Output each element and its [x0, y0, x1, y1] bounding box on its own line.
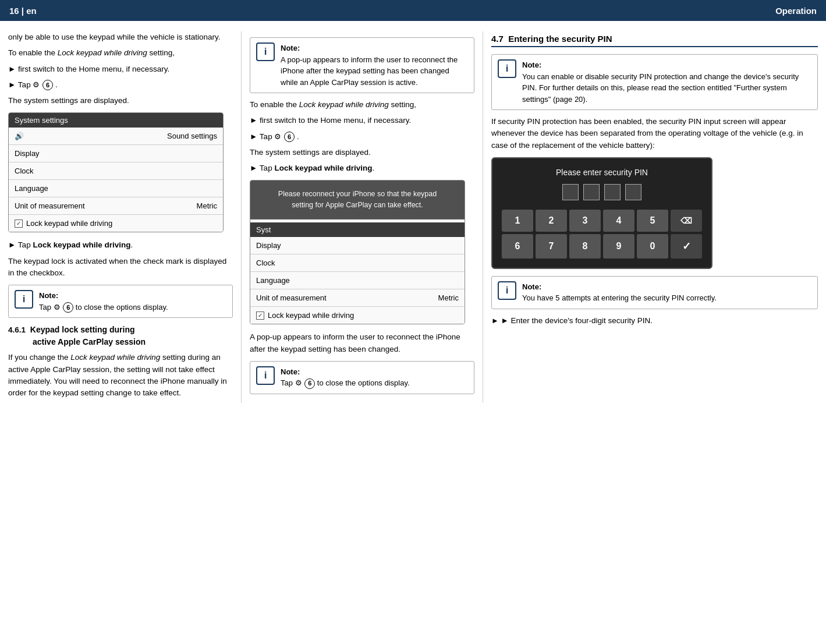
step2: ► Tap ⚙ 6 .: [8, 79, 233, 91]
mid-step3: The system settings are displayed.: [250, 147, 474, 158]
tap-instruction: ► Tap Lock keypad while driving.: [8, 239, 233, 251]
mid-note-box-1: i Note: A pop-up appears to inform the u…: [250, 37, 474, 93]
pin-btn-2[interactable]: 2: [536, 210, 567, 232]
pin-screen: Please enter security PIN 1 2 3 4 5 ⌫ 6 …: [491, 157, 712, 269]
popup-overlay-text: Please reconnect your iPhone so that the…: [250, 181, 465, 220]
right-column: 4.7 Entering the security PIN i Note: Yo…: [483, 31, 826, 403]
pin-btn-1[interactable]: 1: [502, 210, 533, 232]
pin-grid: 1 2 3 4 5 ⌫ 6 7 8 9 0 ✓: [502, 210, 702, 259]
mid-note-title-2: Note:: [281, 366, 410, 378]
pin-btn-5[interactable]: 5: [637, 210, 668, 232]
pin-btn-8[interactable]: 8: [569, 234, 601, 259]
lock-keypad-row[interactable]: Lock keypad while driving: [9, 215, 223, 232]
subsection-461: 4.6.1 Keypad lock setting during active …: [8, 324, 233, 399]
pin-btn-confirm[interactable]: ✓: [671, 234, 702, 259]
sound-settings-row[interactable]: 🔊 Sound settings: [9, 128, 223, 145]
pin-btn-delete[interactable]: ⌫: [671, 210, 702, 232]
pin-btn-3[interactable]: 3: [569, 210, 601, 232]
system-settings-box: System settings 🔊 Sound settings Display…: [8, 112, 224, 232]
right-info-icon-1: i: [498, 59, 516, 78]
pin-box-4: [625, 184, 641, 200]
keypad-lock-text: The keypad lock is activated when the ch…: [8, 256, 233, 279]
pin-boxes: [502, 184, 702, 200]
intro-text: only be able to use the keypad while the…: [8, 31, 233, 43]
right-info-icon-2: i: [498, 281, 516, 300]
mid-step4: ► Tap Lock keypad while driving.: [250, 162, 474, 174]
left-column: only be able to use the keypad while the…: [0, 31, 242, 403]
sound-icon: 🔊: [15, 132, 24, 140]
popup-system-title: Syst: [250, 222, 465, 237]
gear-icon: ⚙: [33, 79, 40, 91]
popup-display-row: Display: [250, 237, 465, 254]
language-row[interactable]: Language: [9, 180, 223, 197]
section-title: Operation: [775, 6, 817, 16]
mid-note-title-1: Note:: [281, 43, 468, 54]
right-note-box-1: i Note: You can enable or disable securi…: [491, 54, 818, 110]
right-note-title-1: Note:: [522, 59, 811, 71]
display-row[interactable]: Display: [9, 145, 223, 162]
mid-step2: ► Tap ⚙ 6 .: [250, 131, 474, 143]
main-content: only be able to use the keypad while the…: [0, 21, 826, 403]
popup-lock-row: Lock keypad while driving: [250, 307, 465, 324]
pin-box-3: [604, 184, 621, 200]
pin-btn-0[interactable]: 0: [637, 234, 668, 259]
popup-checkbox: [256, 312, 264, 320]
pin-btn-7[interactable]: 7: [536, 234, 567, 259]
right-step-enter: ► ► Enter the device's four-digit securi…: [491, 315, 818, 327]
popup-language-row: Language: [250, 272, 465, 289]
system-box-title: System settings: [9, 113, 223, 128]
mid-circle-6: 6: [284, 132, 295, 142]
gear-icon-note: ⚙: [54, 302, 61, 313]
note-box-1: i Note: Tap ⚙ 6 to close the options dis…: [8, 285, 233, 318]
pin-box-2: [583, 184, 600, 200]
unit-measurement-row[interactable]: Unit of measurement Metric: [9, 197, 223, 215]
mid-info-icon-2: i: [256, 366, 275, 385]
popup-unit-row: Unit of measurement Metric: [250, 289, 465, 307]
page-number: 16 | en: [9, 6, 37, 16]
pin-box-1: [562, 184, 579, 200]
right-body1: If security PIN protection has been enab…: [491, 116, 818, 151]
section-47-heading: 4.7 Entering the security PIN: [491, 34, 818, 47]
note-title: Note:: [39, 290, 168, 302]
right-note-title-2: Note:: [522, 281, 717, 293]
mid-gear-icon: ⚙: [274, 131, 281, 143]
popup-screenshot: Please reconnect your iPhone so that the…: [250, 180, 465, 324]
mid-circle-note: 6: [304, 378, 315, 389]
clock-row[interactable]: Clock: [9, 162, 223, 180]
lock-keypad-checkbox[interactable]: [15, 220, 23, 228]
mid-enable-text: To enable the Lock keypad while driving …: [250, 99, 474, 111]
mid-step1: ► first switch to the Home menu, if nece…: [250, 115, 474, 126]
mid-popup-text: A pop-up appears to inform the user to r…: [250, 331, 474, 355]
right-note-box-2: i Note: You have 5 attempts at entering …: [491, 276, 818, 309]
mid-note-box-2: i Note: Tap ⚙ 6 to close the options dis…: [250, 361, 474, 394]
popup-clock-row: Clock: [250, 254, 465, 272]
mid-info-icon-1: i: [256, 43, 275, 61]
pin-btn-4[interactable]: 4: [603, 210, 634, 232]
circle-6-note: 6: [63, 302, 73, 313]
step3: The system settings are displayed.: [8, 95, 233, 107]
pin-title: Please enter security PIN: [502, 168, 702, 177]
subsection-body: If you change the Lock keypad while driv…: [8, 352, 233, 399]
info-icon: i: [15, 290, 33, 309]
step1: ► first switch to the Home menu, if nece…: [8, 63, 233, 75]
mid-gear-note: ⚙: [295, 377, 302, 389]
mid-column: i Note: A pop-up appears to inform the u…: [242, 31, 483, 403]
pin-btn-9[interactable]: 9: [603, 234, 634, 259]
page-header: 16 | en Operation: [0, 0, 826, 21]
pin-btn-6[interactable]: 6: [502, 234, 533, 259]
enable-text: To enable the Lock keypad while driving …: [8, 47, 233, 59]
circle-6: 6: [42, 80, 53, 90]
